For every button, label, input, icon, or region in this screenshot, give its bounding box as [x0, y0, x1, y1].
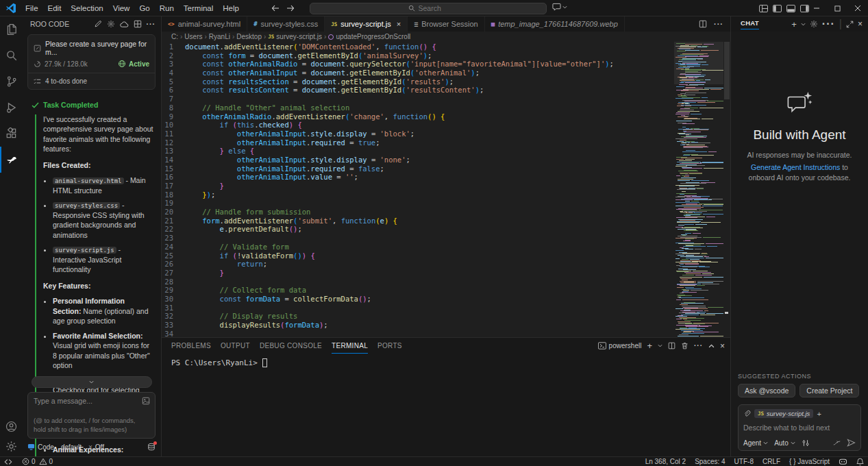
code-line[interactable]: 1document.addEventListener('DOMContentLo… — [162, 42, 674, 51]
task-card[interactable]: Please create a survey page for m... 27.… — [27, 34, 156, 90]
code-line[interactable]: 22 e.preventDefault(); — [162, 225, 674, 234]
line-number[interactable]: 18 — [162, 191, 185, 199]
kebab-menu-icon[interactable]: ··· — [822, 18, 835, 30]
kill-terminal-trash-icon[interactable] — [681, 342, 689, 350]
maximize-panel-icon[interactable] — [708, 344, 715, 348]
code-line[interactable]: 14 otherAnimalInput.style.display = 'non… — [162, 156, 674, 164]
marketplace-grid-icon[interactable] — [134, 20, 142, 28]
code-line[interactable]: 7 — [162, 95, 674, 103]
breadcrumb-item[interactable]: Desktop — [236, 33, 262, 40]
line-number[interactable]: 31 — [162, 304, 185, 312]
close-window-button[interactable] — [847, 0, 868, 16]
run-debug-icon[interactable] — [0, 95, 22, 121]
toggle-primary-sidebar-icon[interactable] — [773, 5, 782, 12]
scrollbar-slider[interactable] — [724, 42, 730, 99]
line-number[interactable]: 14 — [162, 156, 185, 164]
generate-instructions-link[interactable]: Generate Agent Instructions — [751, 163, 840, 171]
account-icon[interactable] — [5, 421, 17, 432]
chevron-down-icon[interactable] — [801, 23, 806, 26]
code-line[interactable]: 6 const resultsContent = document.getEle… — [162, 86, 674, 95]
editor-scrollbar[interactable] — [723, 42, 730, 337]
copilot-chat-button[interactable] — [552, 3, 567, 11]
menu-run[interactable]: Run — [155, 1, 179, 15]
line-number[interactable]: 3 — [162, 60, 185, 69]
message-composer[interactable]: Type a message... (@ to add context, / f… — [27, 392, 156, 439]
breadcrumb-symbol[interactable]: updateProgressOnScroll — [336, 33, 410, 40]
split-editor-icon[interactable] — [699, 20, 707, 28]
new-terminal-icon[interactable]: + — [647, 341, 652, 351]
suggested-action-button[interactable]: Create Project — [799, 384, 859, 397]
add-context-button[interactable]: + — [817, 410, 821, 418]
code-line[interactable]: 21 form.addEventListener('submit', funct… — [162, 217, 674, 225]
code-line[interactable]: 23 — [162, 234, 674, 243]
line-number[interactable]: 15 — [162, 164, 185, 173]
close-chat-icon[interactable]: × — [858, 19, 863, 29]
line-number[interactable]: 25 — [162, 252, 185, 260]
line-number[interactable]: 9 — [162, 112, 185, 121]
remote-indicator-icon[interactable] — [0, 457, 16, 466]
line-number[interactable]: 11 — [162, 130, 185, 138]
line-number[interactable]: 13 — [162, 147, 185, 156]
panel-tab-problems[interactable]: PROBLEMS — [171, 338, 211, 354]
extensions-icon[interactable] — [0, 121, 22, 147]
line-number[interactable]: 7 — [162, 95, 185, 103]
tools-icon[interactable] — [802, 439, 810, 447]
code-line[interactable]: 28 — [162, 278, 674, 286]
customize-layout-icon[interactable] — [759, 5, 768, 12]
code-line[interactable]: 8 // Handle "Other" animal selection — [162, 103, 674, 112]
code-line[interactable]: 3 const otherAnimalRadio = document.quer… — [162, 60, 674, 69]
status-item[interactable]: { } JavaScript — [789, 458, 830, 465]
line-number[interactable]: 17 — [162, 182, 185, 191]
terminal-shell-label[interactable]: powershell — [598, 342, 642, 350]
panel-tab-ports[interactable]: PORTS — [377, 338, 402, 354]
line-number[interactable]: 27 — [162, 269, 185, 278]
roo-code-icon[interactable] — [0, 147, 22, 173]
voice-redo-arrow-icon[interactable] — [833, 440, 841, 446]
line-number[interactable]: 28 — [162, 278, 185, 286]
kebab-menu-icon[interactable]: ··· — [147, 20, 156, 28]
send-button[interactable] — [847, 439, 856, 447]
code-line[interactable]: 10 if (this.checked) { — [162, 121, 674, 130]
context-file-chip[interactable]: JS survey-script.js — [754, 409, 813, 418]
line-number[interactable]: 6 — [162, 86, 185, 95]
menu-file[interactable]: File — [21, 1, 43, 15]
chevron-down-icon[interactable] — [658, 344, 662, 347]
code-line[interactable]: 20 // Handle form submission — [162, 208, 674, 217]
chat-settings-gear-icon[interactable] — [810, 20, 818, 28]
menu-view[interactable]: View — [108, 1, 135, 15]
code-line[interactable]: 25 if (!validateForm()) { — [162, 252, 674, 260]
menu-go[interactable]: Go — [134, 1, 154, 15]
todos-row[interactable]: 4 to-dos done — [28, 73, 155, 89]
code-line[interactable]: 5 const resultsSection = document.getEle… — [162, 77, 674, 86]
model-dropdown[interactable]: Auto — [774, 439, 795, 447]
gear-icon[interactable] — [107, 20, 115, 28]
command-center-search[interactable] — [310, 3, 547, 14]
code-line[interactable]: 15 otherAnimalInput.required = false; — [162, 164, 674, 173]
panel-tab-debug-console[interactable]: DEBUG CONSOLE — [260, 338, 322, 354]
status-item[interactable]: Spaces: 4 — [695, 458, 725, 465]
line-number[interactable]: 32 — [162, 312, 185, 321]
settings-gear-icon[interactable] — [5, 441, 17, 452]
copilot-status-icon[interactable] — [839, 458, 847, 465]
menu-edit[interactable]: Edit — [43, 1, 66, 15]
split-terminal-icon[interactable] — [668, 342, 675, 350]
close-tab-icon[interactable]: × — [397, 20, 401, 28]
suggested-action-button[interactable]: Ask @vscode — [738, 384, 795, 397]
problems-status[interactable]: 0 0 — [22, 458, 53, 465]
breadcrumb-file[interactable]: survey-script.js — [276, 33, 322, 40]
terminal[interactable]: PS C:\Users\RyanLi> — [162, 354, 730, 367]
source-control-icon[interactable] — [0, 69, 22, 95]
kebab-menu-icon[interactable]: ··· — [714, 20, 723, 28]
code-editor[interactable]: 1document.addEventListener('DOMContentLo… — [162, 42, 730, 337]
chat-tab[interactable]: CHAT — [741, 19, 759, 29]
line-number[interactable]: 4 — [162, 69, 185, 77]
line-number[interactable]: 16 — [162, 173, 185, 182]
new-task-pencil-icon[interactable] — [94, 20, 102, 28]
code-line[interactable]: 24 // Validate form — [162, 243, 674, 252]
tab-survey-styles.css[interactable]: #survey-styles.css — [247, 16, 325, 32]
code-line[interactable]: 30 const formData = collectFormData(); — [162, 295, 674, 304]
line-number[interactable]: 29 — [162, 286, 185, 295]
back-arrow-icon[interactable] — [271, 5, 280, 12]
code-line[interactable]: 32 // Display results — [162, 312, 674, 321]
line-number[interactable]: 26 — [162, 260, 185, 269]
